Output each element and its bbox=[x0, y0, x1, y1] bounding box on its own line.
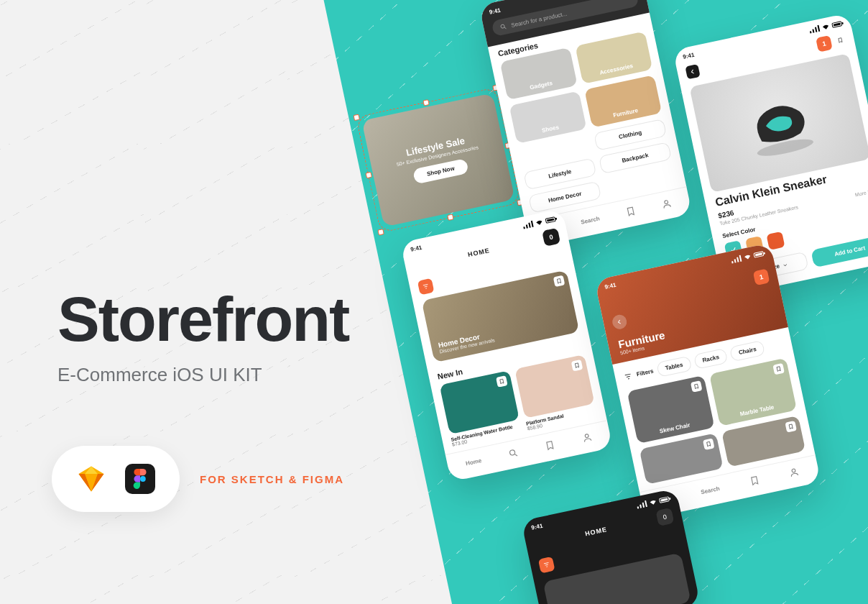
tool-pill bbox=[52, 446, 180, 512]
svg-point-21 bbox=[792, 469, 796, 473]
figma-icon bbox=[125, 464, 155, 494]
tab-bookmark[interactable] bbox=[748, 475, 760, 487]
tab-search[interactable] bbox=[507, 447, 520, 459]
product-card[interactable]: Platform Sandal $58.90 bbox=[514, 354, 597, 431]
svg-point-6 bbox=[501, 24, 505, 29]
status-time: 9:41 bbox=[489, 7, 502, 16]
search-icon bbox=[499, 22, 508, 31]
hero-title: Storefront bbox=[57, 288, 348, 351]
svg-point-14 bbox=[509, 449, 515, 455]
category-shoes[interactable]: Shoes bbox=[509, 91, 587, 143]
tab-bookmark[interactable] bbox=[544, 439, 556, 452]
sketch-icon bbox=[76, 464, 106, 494]
tab-profile[interactable] bbox=[661, 198, 673, 210]
svg-line-7 bbox=[504, 27, 506, 29]
bookmark-icon[interactable] bbox=[571, 360, 583, 372]
cart-badge[interactable]: 1 bbox=[816, 35, 833, 52]
filter-button[interactable] bbox=[538, 557, 555, 574]
back-button[interactable] bbox=[685, 64, 700, 79]
filter-chairs[interactable]: Chairs bbox=[729, 340, 765, 362]
svg-point-16 bbox=[585, 434, 589, 438]
cart-badge[interactable]: 0 bbox=[542, 228, 560, 247]
tab-home[interactable]: Home bbox=[465, 457, 482, 466]
cart-badge[interactable]: 1 bbox=[753, 268, 770, 285]
filter-racks[interactable]: Racks bbox=[693, 348, 729, 370]
status-time: 9:41 bbox=[683, 52, 696, 60]
search-placeholder[interactable]: Search for a product... bbox=[510, 10, 567, 28]
bookmark-icon[interactable] bbox=[553, 275, 565, 288]
filters-label[interactable]: Filters bbox=[636, 368, 654, 378]
filter-tables[interactable]: Tables bbox=[656, 356, 692, 378]
tab-bookmark[interactable] bbox=[624, 206, 637, 218]
tool-badge-row: FOR SKETCH & FIGMA bbox=[52, 446, 344, 512]
hero-block: Storefront E-Commerce iOS UI KIT bbox=[57, 288, 348, 386]
tab-profile[interactable] bbox=[788, 467, 800, 479]
svg-line-15 bbox=[514, 454, 517, 456]
filter-button[interactable] bbox=[417, 278, 435, 296]
tab-search[interactable]: Search bbox=[580, 215, 600, 225]
shop-now-button[interactable]: Shop Now bbox=[412, 158, 468, 184]
svg-point-5 bbox=[140, 476, 146, 482]
cart-badge[interactable]: 0 bbox=[655, 508, 674, 526]
hero-subtitle: E-Commerce iOS UI KIT bbox=[57, 364, 348, 386]
bookmark-icon[interactable] bbox=[496, 375, 508, 388]
screen-title: HOME bbox=[584, 526, 607, 537]
filter-icon[interactable] bbox=[623, 371, 633, 381]
back-button[interactable] bbox=[611, 314, 628, 331]
product-card[interactable]: Self-Cleaning Water Bottle $73.00 bbox=[440, 370, 522, 447]
for-sketch-figma-label: FOR SKETCH & FIGMA bbox=[200, 473, 344, 485]
category-furniture[interactable]: Furniture bbox=[584, 75, 662, 127]
screen-title: HOME bbox=[467, 247, 490, 258]
svg-point-12 bbox=[665, 200, 669, 204]
bookmark-button[interactable] bbox=[834, 35, 846, 47]
tab-search[interactable]: Search bbox=[700, 485, 720, 495]
tab-profile[interactable] bbox=[581, 431, 594, 444]
